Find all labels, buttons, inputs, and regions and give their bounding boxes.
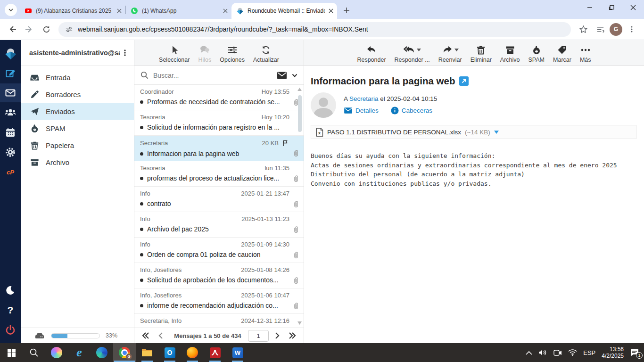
details-button[interactable]: Detalles [344,107,379,115]
rail-settings-button[interactable] [0,143,21,162]
tab-youtube[interactable]: (9) Alabanzas Cristianas 2025 🙏 [20,3,125,19]
message-row[interactable]: Info2025-01-13 11:23 Archivo del pac 202… [134,212,304,238]
logout-button[interactable] [0,321,21,339]
next-page-button[interactable] [271,329,284,342]
compose-button[interactable] [0,64,21,82]
reply-button[interactable]: Responder [357,44,386,63]
reload-button[interactable] [39,22,54,37]
message-row[interactable]: CoordinadorHoy 13:55 Proformas de necesi… [134,85,304,110]
taskbar-firefox-button[interactable] [181,343,204,362]
recipient-link[interactable]: Secretaria [349,95,379,102]
profile-avatar[interactable]: G [610,23,622,36]
tab-roundcube-active[interactable]: Roundcube Webmail :: Enviado [231,3,337,19]
dark-mode-button[interactable] [0,281,21,300]
attachment-menu-caret-icon[interactable] [494,131,499,134]
side-panel-button[interactable] [593,22,608,37]
message-row[interactable]: Info, Joseflores2025-01-06 10:47 informe… [134,288,304,314]
message-row[interactable]: Info2025-01-21 13:47 contrato [134,187,304,212]
tab-whatsapp[interactable]: (1) WhatsApp [126,3,231,19]
cursor-icon [169,45,180,55]
prev-page-button[interactable] [154,329,167,342]
taskbar-search-button[interactable] [23,343,45,362]
taskbar-chrome-button[interactable]: G [113,343,136,362]
headers-button[interactable]: Cabeceras [391,107,432,115]
taskbar-word-button[interactable]: W [226,343,249,362]
close-icon[interactable] [223,8,228,13]
notification-center-button[interactable]: 1 [630,348,639,357]
taskbar-acrobat-button[interactable] [204,343,226,362]
address-bar[interactable]: webmail.sanjuan.gob.ec/cpsess5010882347/… [58,22,571,37]
forward-button[interactable] [22,22,37,37]
search-options-chevron-icon[interactable] [291,72,298,79]
message-row[interactable]: Secretaria, Info2024-12-31 12:16 [134,314,304,328]
message-row[interactable]: Info, Joseflores2025-01-08 14:26 Solicit… [134,263,304,288]
taskbar-edge-button[interactable] [91,343,113,362]
scrollbar-down-button[interactable] [297,321,302,325]
page-number-input[interactable] [248,330,269,342]
minimize-icon [587,5,593,10]
help-button[interactable]: ? [0,301,21,320]
folder-papelera[interactable]: Papelera [21,137,134,154]
dropdown-caret-icon[interactable] [454,49,459,51]
taskbar-explorer-button[interactable] [136,343,158,362]
folder-spam[interactable]: SPAM [21,120,134,137]
taskbar-ie-button[interactable]: e [68,343,91,362]
maximize-button[interactable] [601,0,622,15]
start-button[interactable] [0,343,23,362]
wifi-icon[interactable] [568,349,577,356]
options-button[interactable]: Opciones [220,44,245,63]
folder-archivo[interactable]: Archivo [21,154,134,171]
question-mark-icon: ? [8,304,14,316]
folder-enviados-selected[interactable]: Enviados [21,103,134,120]
language-indicator[interactable]: ESP [583,349,595,356]
bookmark-button[interactable] [576,22,591,37]
windows-logo-icon [8,349,16,357]
spam-button[interactable]: SPAM [528,44,545,63]
rail-contacts-button[interactable] [0,103,21,122]
tray-chevron-up-icon[interactable] [526,351,532,355]
account-menu-button[interactable] [120,49,130,57]
message-row[interactable]: Info2025-01-09 14:30 Orden de compra 01 … [134,238,304,263]
threads-button[interactable]: Hilos [198,44,211,63]
rail-mail-button[interactable] [0,83,21,102]
browser-menu-button[interactable] [624,22,639,37]
taskbar-copilot-button[interactable] [45,343,68,362]
message-row-selected[interactable]: Secretaria20 KB Informacion para la pagi… [134,136,304,161]
new-tab-button[interactable] [340,4,353,17]
reader-toolbar: Responder Responder ... Reenviar Elimina… [304,40,644,66]
rail-calendar-button[interactable] [0,123,21,142]
folder-borradores[interactable]: Borradores [21,86,134,103]
close-window-button[interactable] [622,0,644,15]
taskbar-outlook-button[interactable]: O [158,343,181,362]
cpanel-link[interactable]: cP [0,163,21,181]
meet-now-icon[interactable] [553,349,562,356]
refresh-button[interactable]: Actualizar [253,44,279,63]
mark-button[interactable]: Marcar [553,44,571,63]
message-row[interactable]: Tesorerialun 11:35 proformas del proceso… [134,161,304,187]
search-scope-mail-icon[interactable] [277,71,287,80]
clock[interactable]: 13:56 4/2/2025 [602,346,624,359]
back-button[interactable] [5,22,20,37]
search-input[interactable] [153,72,272,79]
close-icon[interactable] [329,8,333,13]
forward-button[interactable]: Reenviar [438,44,462,63]
folder-entrada[interactable]: Entrada [21,69,134,86]
scrollbar-up-button[interactable] [297,88,302,91]
delete-button[interactable]: Eliminar [471,44,492,63]
select-button[interactable]: Seleccionar [159,44,190,63]
attachment-bar[interactable]: x PASO 1.1 DISTRIBUTIVO DE PERSONAL.xlsx… [311,125,636,139]
archive-button[interactable]: Archivo [500,44,520,63]
first-page-button[interactable] [139,329,152,342]
message-row[interactable]: TesoreriaHoy 10:20 Solicitud de informac… [134,110,304,136]
volume-icon[interactable] [538,349,547,356]
open-in-new-window-icon[interactable] [459,76,469,86]
reply-all-button[interactable]: Responder ... [395,44,430,63]
tab-search-button[interactable] [5,4,17,16]
dropdown-caret-icon[interactable] [417,49,421,51]
minimize-button[interactable] [579,0,601,15]
more-button[interactable]: Más [580,44,591,63]
close-icon[interactable] [117,8,122,13]
scrollbar-thumb[interactable] [298,95,302,132]
folder-label: SPAM [46,124,65,132]
last-page-button[interactable] [286,329,299,342]
